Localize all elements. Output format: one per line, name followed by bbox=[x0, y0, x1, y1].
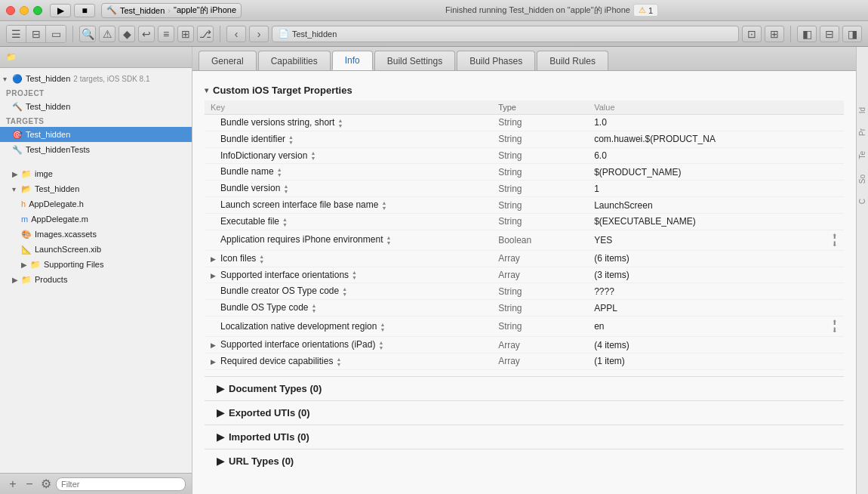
row-disclosure-icon[interactable]: ▶ bbox=[211, 341, 218, 349]
table-row[interactable]: Bundle OS Type code▲▼StringAPPL bbox=[205, 300, 844, 316]
dropdown-arrows[interactable]: ⬆⬇ bbox=[832, 233, 838, 248]
key-stepper[interactable]: ▲▼ bbox=[337, 118, 343, 128]
sidebar-item-test-target[interactable]: 🔧 Test_hiddenTests bbox=[0, 142, 192, 157]
row-disclosure-icon[interactable]: ▶ bbox=[211, 272, 218, 279]
filter-input[interactable] bbox=[56, 477, 186, 491]
key-cell: Bundle OS Type code▲▼ bbox=[205, 300, 492, 316]
imported-utis-section[interactable]: ▶ Imported UTIs (0) bbox=[205, 425, 844, 449]
table-row[interactable]: ▶Supported interface orientations (iPad)… bbox=[205, 337, 844, 354]
sidebar-item-images[interactable]: 🎨 Images.xcassets bbox=[0, 227, 192, 242]
commit-btn[interactable]: ⎇ bbox=[197, 26, 214, 42]
exported-utis-section[interactable]: ▶ Exported UTIs (0) bbox=[205, 400, 844, 425]
table-row[interactable]: Launch screen interface file base name▲▼… bbox=[205, 197, 844, 214]
key-stepper[interactable]: ▲▼ bbox=[310, 150, 315, 161]
breakpoint-btn[interactable]: ◆ bbox=[119, 26, 135, 42]
key-stepper[interactable]: ▲▼ bbox=[277, 167, 282, 178]
search-btn[interactable]: 🔍 bbox=[79, 26, 96, 42]
info-btn[interactable]: ≡ bbox=[158, 26, 174, 42]
fullscreen-button[interactable] bbox=[33, 6, 42, 15]
tab-capabilities[interactable]: Capabilities bbox=[258, 51, 331, 70]
assistant-btn[interactable]: ⊡ bbox=[742, 26, 762, 42]
warning-btn[interactable]: ⚠ bbox=[99, 26, 115, 42]
sidebar-item-appdelegate-m[interactable]: m AppDelegate.m bbox=[0, 211, 192, 227]
utilities-toggle[interactable]: ▭ bbox=[46, 26, 66, 42]
table-row[interactable]: Bundle creator OS Type code▲▼String???? bbox=[205, 283, 844, 300]
dropdown-cell[interactable]: en⬆⬇ bbox=[594, 319, 838, 334]
table-row[interactable]: Bundle identifier▲▼Stringcom.huawei.$(PR… bbox=[205, 131, 844, 147]
close-button[interactable] bbox=[6, 6, 15, 15]
table-row[interactable]: ▶Icon files▲▼Array(6 items) bbox=[205, 250, 844, 267]
table-row[interactable]: Bundle name▲▼String$(PRODUCT_NAME) bbox=[205, 164, 844, 181]
simulate-btn[interactable]: ↩ bbox=[138, 26, 155, 42]
scheme-selector[interactable]: 🔨 Test_hidden › "apple"的 iPhone bbox=[101, 3, 242, 18]
sidebar-item-target[interactable]: 🎯 Test_hidden bbox=[0, 127, 192, 142]
key-stepper[interactable]: ▲▼ bbox=[312, 303, 317, 313]
tab-build-rules[interactable]: Build Rules bbox=[537, 51, 608, 70]
row-disclosure-icon[interactable]: ▶ bbox=[211, 255, 218, 263]
dropdown-arrows[interactable]: ⬆⬇ bbox=[832, 319, 838, 334]
version-btn[interactable]: ⊞ bbox=[765, 26, 784, 42]
sidebar-item-test-hidden[interactable]: ▾ 📂 Test_hidden bbox=[0, 181, 192, 196]
separator-3 bbox=[790, 26, 791, 42]
minimize-button[interactable] bbox=[20, 6, 29, 15]
key-stepper[interactable]: ▲▼ bbox=[342, 286, 347, 297]
url-types-section[interactable]: ▶ URL Types (0) bbox=[205, 449, 844, 473]
type-cell: Array bbox=[492, 250, 588, 267]
hide-left-btn[interactable]: ◧ bbox=[797, 26, 817, 42]
sidebar-item-root[interactable]: ▾ 🔵 Test_hidden 2 targets, iOS SDK 8.1 bbox=[0, 71, 192, 86]
disclosure-supporting: ▶ bbox=[21, 261, 30, 269]
table-row[interactable]: Bundle version▲▼String1 bbox=[205, 181, 844, 197]
sidebar-header: 📁 bbox=[0, 47, 192, 68]
tab-build-settings[interactable]: Build Settings bbox=[374, 51, 455, 70]
dropdown-cell[interactable]: YES⬆⬇ bbox=[594, 233, 838, 248]
key-stepper[interactable]: ▲▼ bbox=[381, 200, 386, 211]
table-row[interactable]: ▶Required device capabilities▲▼Array(1 i… bbox=[205, 353, 844, 369]
table-row[interactable]: ▶Supported interface orientations▲▼Array… bbox=[205, 267, 844, 283]
navigator-toggle[interactable]: ☰ bbox=[7, 26, 26, 42]
table-row[interactable]: Application requires iPhone environment▲… bbox=[205, 230, 844, 250]
key-stepper[interactable]: ▲▼ bbox=[283, 184, 288, 194]
sidebar-item-appdelegate-h[interactable]: h AppDelegate.h bbox=[0, 196, 192, 211]
table-row[interactable]: Localization native development region▲▼… bbox=[205, 316, 844, 337]
key-stepper[interactable]: ▲▼ bbox=[352, 270, 357, 280]
sidebar-item-supporting-files[interactable]: ▶ 📁 Supporting Files bbox=[0, 257, 192, 272]
options-btn[interactable]: ⚙ bbox=[39, 477, 53, 491]
key-stepper[interactable]: ▲▼ bbox=[259, 254, 264, 264]
table-row[interactable]: InfoDictionary version▲▼String6.0 bbox=[205, 147, 844, 164]
tab-build-phases[interactable]: Build Phases bbox=[457, 51, 535, 70]
key-stepper[interactable]: ▲▼ bbox=[380, 322, 385, 332]
key-stepper[interactable]: ▲▼ bbox=[336, 357, 341, 367]
remove-btn[interactable]: − bbox=[23, 477, 36, 491]
sidebar-item-imge[interactable]: ▶ 📁 imge bbox=[0, 166, 192, 181]
imported-utis-arrow: ▶ bbox=[217, 431, 224, 443]
sidebar-item-products[interactable]: ▶ 📁 Products bbox=[0, 272, 192, 287]
disclosure-products: ▶ bbox=[12, 276, 21, 284]
list-btn[interactable]: ⊞ bbox=[177, 26, 194, 42]
custom-props-title-row[interactable]: ▾ Custom iOS Target Properties bbox=[205, 80, 844, 100]
hide-right-btn[interactable]: ◨ bbox=[842, 26, 862, 42]
scheme-name: Test_hidden bbox=[120, 6, 165, 15]
tab-general[interactable]: General bbox=[199, 51, 257, 70]
table-row[interactable]: Executable file▲▼String$(EXECUTABLE_NAME… bbox=[205, 213, 844, 230]
row-disclosure-icon[interactable]: ▶ bbox=[211, 358, 218, 366]
value-cell: ???? bbox=[588, 283, 844, 300]
h-file-icon: h bbox=[21, 199, 26, 208]
key-cell: ▶Icon files▲▼ bbox=[205, 250, 492, 267]
key-stepper[interactable]: ▲▼ bbox=[386, 235, 391, 245]
debug-toggle[interactable]: ⊟ bbox=[26, 26, 46, 42]
run-button[interactable]: ▶ bbox=[50, 4, 71, 17]
forward-btn[interactable]: › bbox=[249, 26, 269, 42]
back-btn[interactable]: ‹ bbox=[226, 26, 246, 42]
stop-button[interactable]: ■ bbox=[74, 4, 95, 17]
tab-info[interactable]: Info bbox=[332, 51, 373, 70]
key-stepper[interactable]: ▲▼ bbox=[288, 134, 294, 145]
sidebar-item-project[interactable]: 🔨 Test_hidden bbox=[0, 99, 192, 114]
sidebar-item-launchscreen[interactable]: 📐 LaunchScreen.xib bbox=[0, 242, 192, 257]
add-btn[interactable]: + bbox=[6, 477, 20, 491]
hide-bottom-btn[interactable]: ⊟ bbox=[820, 26, 839, 42]
document-types-section[interactable]: ▶ Document Types (0) bbox=[205, 376, 844, 400]
table-row[interactable]: Bundle versions string, short▲▼String1.0 bbox=[205, 115, 844, 131]
key-stepper[interactable]: ▲▼ bbox=[282, 217, 288, 227]
key-stepper[interactable]: ▲▼ bbox=[378, 340, 383, 350]
warning-badge[interactable]: ⚠ 1 bbox=[633, 4, 658, 17]
